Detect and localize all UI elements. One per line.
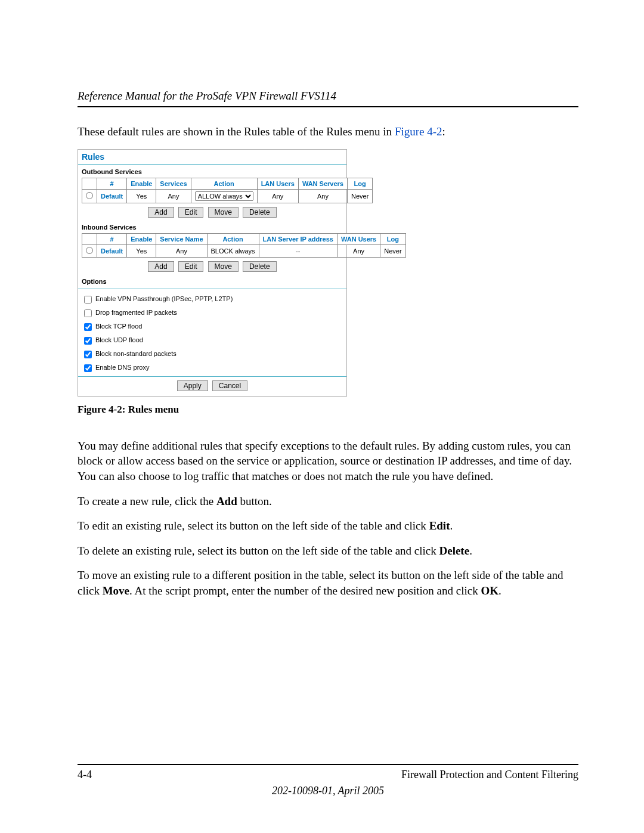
option-text: Enable VPN Passthrough (IPSec, PPTP, L2T… [95,295,233,302]
inbound-label: Inbound Services [78,224,346,233]
option-row: Enable VPN Passthrough (IPSec, PPTP, L2T… [82,293,343,306]
divider [78,164,346,165]
option-row: Block TCP flood [82,320,343,334]
inbound-table: # Enable Service Name Action LAN Server … [82,233,406,258]
inbound-lanip: -- [259,244,337,257]
option-row: Drop fragmented IP packets [82,306,343,320]
figure-rules-menu: Rules Outbound Services # Enable Service… [78,149,347,397]
outbound-action-select[interactable]: ALLOW always [195,191,253,201]
intro-paragraph: These default rules are shown in the Rul… [78,124,578,140]
outbound-wan: Any [298,189,347,203]
options-list: Enable VPN Passthrough (IPSec, PPTP, L2T… [78,293,346,375]
inbound-enable: Yes [127,244,156,257]
move-button[interactable]: Move [208,207,239,218]
intro-text-post: : [442,125,445,138]
inbound-header-select [82,233,97,244]
apply-button[interactable]: Apply [177,380,208,391]
outbound-num: Default [97,189,127,203]
inbound-header-service: Service Name [156,233,207,244]
paragraph-define-rules: You may define additional rules that spe… [78,438,578,484]
outbound-header-enable: Enable [127,178,156,189]
outbound-header-select [82,178,97,189]
option-text: Enable DNS proxy [95,364,150,371]
outbound-header-lan: LAN Users [257,178,298,189]
option-checkbox[interactable] [84,364,92,372]
option-text: Drop fragmented IP packets [95,309,177,316]
page-footer: 4-4 Firewall Protection and Content Filt… [78,764,578,797]
running-header: Reference Manual for the ProSafe VPN Fir… [78,89,578,107]
add-button[interactable]: Add [148,261,174,272]
edit-button[interactable]: Edit [178,261,204,272]
option-text: Block UDP flood [95,336,143,343]
outbound-header-num: # [97,178,127,189]
outbound-header-wan: WAN Servers [298,178,347,189]
outbound-table: # Enable Services Action LAN Users WAN S… [82,178,373,203]
inbound-header-wan: WAN Users [337,233,380,244]
row-select-radio[interactable] [86,192,93,199]
rules-title: Rules [78,150,346,163]
figure-link[interactable]: Figure 4-2 [395,125,442,138]
option-checkbox[interactable] [84,337,92,345]
outbound-lan: Any [257,189,298,203]
delete-button[interactable]: Delete [243,261,277,272]
inbound-buttons: Add Edit Move Delete [78,261,346,272]
option-row: Block UDP flood [82,334,343,348]
divider [78,376,346,377]
edit-button[interactable]: Edit [178,207,204,218]
inbound-service: Any [156,244,207,257]
figure-caption: Figure 4-2: Rules menu [78,404,578,416]
option-row: Enable DNS proxy [82,361,343,375]
inbound-header-enable: Enable [127,233,156,244]
outbound-header-services: Services [156,178,191,189]
inbound-header-log: Log [380,233,405,244]
outbound-log: Never [347,189,372,203]
outbound-label: Outbound Services [78,168,346,178]
inbound-num: Default [97,244,127,257]
option-checkbox[interactable] [84,323,92,331]
outbound-header-log: Log [347,178,372,189]
section-title: Firewall Protection and Content Filterin… [401,769,578,781]
move-button[interactable]: Move [208,261,239,272]
doc-id: 202-10098-01, April 2005 [78,785,578,797]
intro-text-pre: These default rules are shown in the Rul… [78,125,395,138]
apply-cancel-row: Apply Cancel [78,380,346,391]
option-checkbox[interactable] [84,351,92,358]
outbound-row: Default Yes Any ALLOW always Any Any Nev… [82,189,373,203]
options-label: Options [78,278,346,287]
option-text: Block non-standard packets [95,350,177,357]
divider [78,289,346,289]
inbound-row: Default Yes Any BLOCK always -- Any Neve… [82,244,406,257]
option-checkbox[interactable] [84,309,92,317]
inbound-header-action: Action [207,233,259,244]
outbound-services: Any [156,189,191,203]
inbound-header-num: # [97,233,127,244]
inbound-action: BLOCK always [207,244,259,257]
paragraph-delete: To delete an existing rule, select its b… [78,543,578,559]
outbound-enable: Yes [127,189,156,203]
option-checkbox[interactable] [84,296,92,304]
page-number: 4-4 [78,769,92,781]
inbound-log: Never [380,244,405,257]
cancel-button[interactable]: Cancel [212,380,247,391]
option-text: Block TCP flood [95,323,142,330]
paragraph-add: To create a new rule, click the Add butt… [78,494,578,509]
inbound-header-lanip: LAN Server IP address [259,233,337,244]
inbound-wan: Any [337,244,380,257]
row-select-radio[interactable] [86,247,93,254]
paragraph-edit: To edit an existing rule, select its but… [78,518,578,534]
add-button[interactable]: Add [148,207,174,218]
outbound-buttons: Add Edit Move Delete [78,207,346,218]
option-row: Block non-standard packets [82,348,343,361]
delete-button[interactable]: Delete [243,207,277,218]
outbound-header-action: Action [191,178,257,189]
paragraph-move: To move an existing rule to a different … [78,568,578,598]
